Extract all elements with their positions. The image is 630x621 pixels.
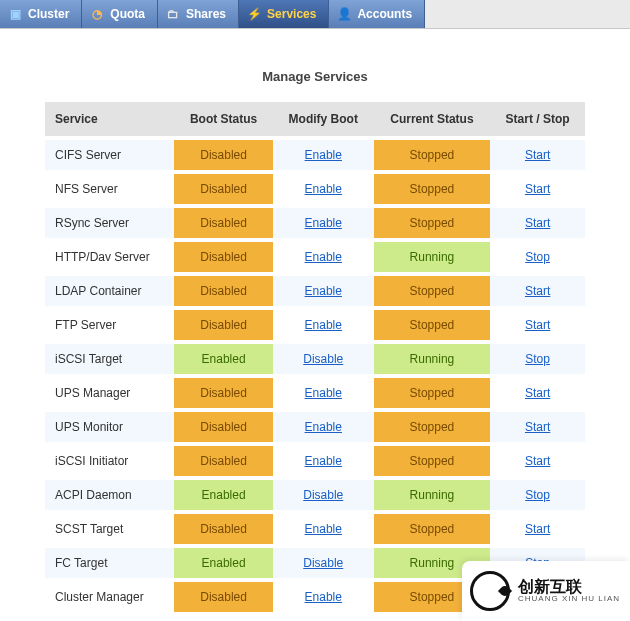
accounts-icon: 👤 [337, 7, 351, 21]
start-stop-link[interactable]: Stop [525, 352, 550, 366]
cell-current-status: Stopped [374, 410, 491, 444]
cluster-icon: ▣ [8, 7, 22, 21]
modify-boot-link[interactable]: Enable [305, 420, 342, 434]
start-stop-link[interactable]: Start [525, 386, 550, 400]
cell-current-status: Stopped [374, 138, 491, 172]
col-boot-status: Boot Status [174, 102, 273, 138]
services-table: Service Boot Status Modify Boot Current … [45, 102, 585, 616]
modify-boot-link[interactable]: Enable [305, 284, 342, 298]
table-row: LDAP ContainerDisabledEnableStoppedStart [45, 274, 585, 308]
start-stop-link[interactable]: Start [525, 182, 550, 196]
start-stop-link[interactable]: Start [525, 148, 550, 162]
cell-boot-status: Disabled [174, 138, 273, 172]
cell-modify-boot: Enable [273, 206, 374, 240]
cell-service: UPS Manager [45, 376, 174, 410]
panel-title: Manage Services [12, 69, 618, 84]
cell-service: SCST Target [45, 512, 174, 546]
cell-boot-status: Disabled [174, 240, 273, 274]
cell-current-status: Stopped [374, 172, 491, 206]
cell-current-status: Stopped [374, 308, 491, 342]
start-stop-link[interactable]: Stop [525, 488, 550, 502]
cell-modify-boot: Disable [273, 342, 374, 376]
cell-service: LDAP Container [45, 274, 174, 308]
table-row: FTP ServerDisabledEnableStoppedStart [45, 308, 585, 342]
cell-modify-boot: Enable [273, 580, 374, 614]
modify-boot-link[interactable]: Enable [305, 250, 342, 264]
modify-boot-link[interactable]: Enable [305, 318, 342, 332]
cell-start-stop: Stop [490, 342, 585, 376]
nav-item-label: Services [267, 7, 316, 21]
cell-service: FTP Server [45, 308, 174, 342]
cell-modify-boot: Enable [273, 410, 374, 444]
table-row: CIFS ServerDisabledEnableStoppedStart [45, 138, 585, 172]
nav-item-cluster[interactable]: ▣Cluster [0, 0, 82, 28]
cell-modify-boot: Enable [273, 138, 374, 172]
cell-current-status: Running [374, 342, 491, 376]
cell-modify-boot: Disable [273, 478, 374, 512]
nav-item-label: Accounts [357, 7, 412, 21]
modify-boot-link[interactable]: Enable [305, 454, 342, 468]
watermark-brand: 创新互联 CHUANG XIN HU LIAN [462, 561, 630, 616]
brand-cn: 创新互联 [518, 578, 620, 596]
col-start-stop: Start / Stop [490, 102, 585, 138]
start-stop-link[interactable]: Start [525, 284, 550, 298]
modify-boot-link[interactable]: Enable [305, 386, 342, 400]
cell-start-stop: Start [490, 512, 585, 546]
cell-current-status: Stopped [374, 206, 491, 240]
modify-boot-link[interactable]: Enable [305, 182, 342, 196]
cell-start-stop: Stop [490, 240, 585, 274]
table-row: RSync ServerDisabledEnableStoppedStart [45, 206, 585, 240]
cell-modify-boot: Enable [273, 240, 374, 274]
start-stop-link[interactable]: Start [525, 454, 550, 468]
modify-boot-link[interactable]: Enable [305, 590, 342, 604]
start-stop-link[interactable]: Start [525, 318, 550, 332]
start-stop-link[interactable]: Stop [525, 250, 550, 264]
cell-service: CIFS Server [45, 138, 174, 172]
table-row: HTTP/Dav ServerDisabledEnableRunningStop [45, 240, 585, 274]
col-current-status: Current Status [374, 102, 491, 138]
modify-boot-link[interactable]: Disable [303, 488, 343, 502]
cell-modify-boot: Enable [273, 274, 374, 308]
cell-service: Cluster Manager [45, 580, 174, 614]
table-row: iSCSI TargetEnabledDisableRunningStop [45, 342, 585, 376]
nav-item-quota[interactable]: ◔Quota [82, 0, 158, 28]
modify-boot-link[interactable]: Enable [305, 522, 342, 536]
cell-current-status: Running [374, 240, 491, 274]
nav-item-label: Quota [110, 7, 145, 21]
cell-boot-status: Disabled [174, 580, 273, 614]
nav-item-label: Cluster [28, 7, 69, 21]
cell-service: NFS Server [45, 172, 174, 206]
shares-icon: 🗀 [166, 7, 180, 21]
brand-logo-icon [470, 571, 510, 611]
cell-boot-status: Disabled [174, 444, 273, 478]
cell-boot-status: Disabled [174, 274, 273, 308]
nav-item-services[interactable]: ⚡Services [239, 0, 329, 28]
start-stop-link[interactable]: Start [525, 522, 550, 536]
cell-modify-boot: Enable [273, 444, 374, 478]
start-stop-link[interactable]: Start [525, 420, 550, 434]
cell-boot-status: Enabled [174, 478, 273, 512]
cell-boot-status: Disabled [174, 512, 273, 546]
cell-boot-status: Disabled [174, 206, 273, 240]
cell-modify-boot: Disable [273, 546, 374, 580]
cell-start-stop: Start [490, 410, 585, 444]
modify-boot-link[interactable]: Disable [303, 352, 343, 366]
nav-item-accounts[interactable]: 👤Accounts [329, 0, 425, 28]
modify-boot-link[interactable]: Enable [305, 216, 342, 230]
nav-item-label: Shares [186, 7, 226, 21]
cell-start-stop: Start [490, 138, 585, 172]
top-nav: ▣Cluster◔Quota🗀Shares⚡Services👤Accounts [0, 0, 630, 29]
cell-start-stop: Start [490, 274, 585, 308]
modify-boot-link[interactable]: Enable [305, 148, 342, 162]
brand-en: CHUANG XIN HU LIAN [518, 595, 620, 604]
nav-item-shares[interactable]: 🗀Shares [158, 0, 239, 28]
cell-service: ACPI Daemon [45, 478, 174, 512]
quota-icon: ◔ [90, 7, 104, 21]
table-row: SCST TargetDisabledEnableStoppedStart [45, 512, 585, 546]
modify-boot-link[interactable]: Disable [303, 556, 343, 570]
cell-service: iSCSI Target [45, 342, 174, 376]
start-stop-link[interactable]: Start [525, 216, 550, 230]
cell-current-status: Stopped [374, 444, 491, 478]
cell-modify-boot: Enable [273, 172, 374, 206]
table-row: NFS ServerDisabledEnableStoppedStart [45, 172, 585, 206]
